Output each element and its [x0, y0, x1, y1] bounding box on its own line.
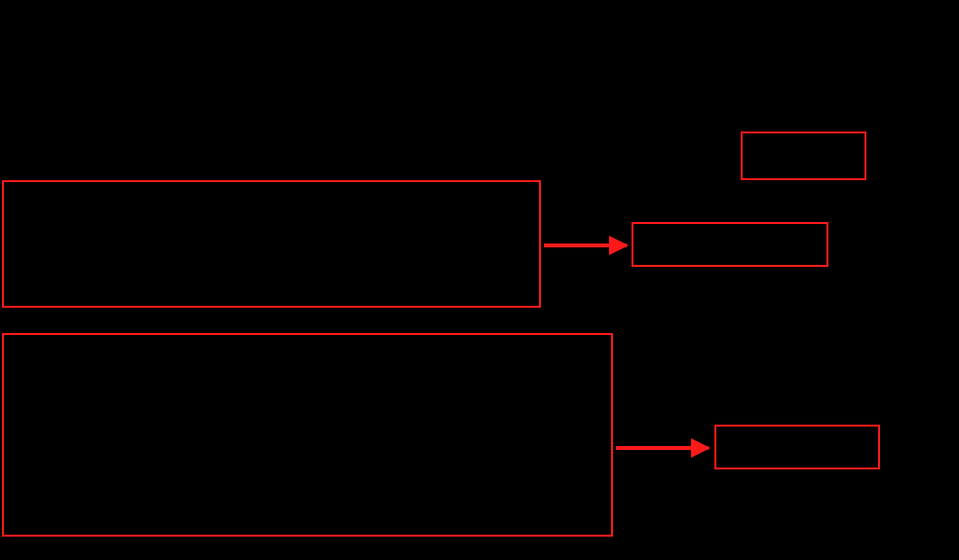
annotation-box-block1 — [2, 180, 541, 308]
annotation-label-box-2 — [714, 425, 880, 469]
arrow-icon — [544, 243, 627, 247]
annotation-box-block2 — [2, 333, 613, 537]
annotation-box-wwwlist — [741, 131, 866, 180]
arrow-icon — [616, 446, 709, 450]
annotation-label-box-1 — [632, 222, 828, 267]
